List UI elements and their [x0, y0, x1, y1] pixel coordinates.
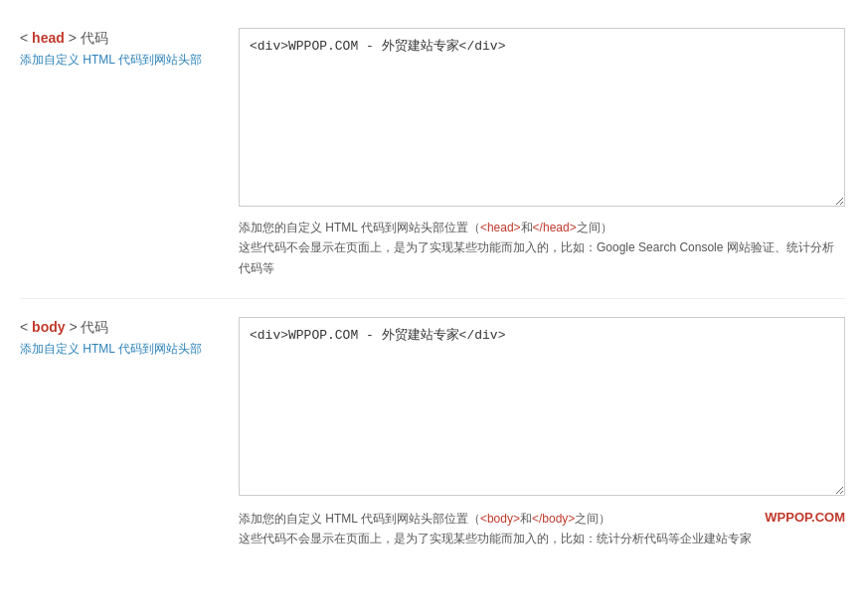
body-code-section: < body > 代码 添加自定义 HTML 代码到网站头部 <div>WPPO…: [20, 299, 845, 568]
head-section-title: < head > 代码: [20, 30, 219, 48]
brand-block: WPPOP.COM: [765, 507, 845, 529]
head-tag-name: head: [32, 30, 65, 46]
body-description: 添加您的自定义 HTML 代码到网站头部位置（<body>和</body>之间）…: [239, 507, 845, 548]
head-code-textarea[interactable]: <div>WPPOP.COM - 外贸建站专家</div>: [239, 28, 845, 207]
body-title-suffix: > 代码: [66, 319, 109, 335]
body-tag-name: body: [32, 319, 65, 335]
head-code-section: < head > 代码 添加自定义 HTML 代码到网站头部 <div>WPPO…: [20, 10, 845, 299]
brand-logo: WPPOP.COM: [765, 510, 845, 525]
head-section-left: < head > 代码 添加自定义 HTML 代码到网站头部: [20, 28, 219, 278]
body-desc-text2: 这些代码不会显示在页面上，是为了实现某些功能而加入的，比如：统计分析代码等企业建…: [239, 529, 845, 548]
brand-sub: 企业建站专家: [680, 532, 752, 545]
head-desc-line2: 这些代码不会显示在页面上，是为了实现某些功能而加入的，比如：Google Sea…: [239, 237, 845, 278]
body-section-right: <div>WPPOP.COM - 外贸建站专家</div> 添加您的自定义 HT…: [239, 317, 845, 548]
head-close-tag: </head>: [533, 221, 577, 234]
body-desc-row1: 添加您的自定义 HTML 代码到网站头部位置（<body>和</body>之间）…: [239, 507, 845, 529]
head-desc-line1: 添加您的自定义 HTML 代码到网站头部位置（<head>和</head>之间）: [239, 218, 845, 237]
body-close-tag: </body>: [532, 512, 575, 526]
body-desc-text1: 添加您的自定义 HTML 代码到网站头部位置（<body>和</body>之间）: [239, 509, 755, 529]
head-description: 添加您的自定义 HTML 代码到网站头部位置（<head>和</head>之间）…: [239, 218, 845, 278]
body-section-title: < body > 代码: [20, 319, 219, 337]
body-section-subtitle: 添加自定义 HTML 代码到网站头部: [20, 341, 219, 358]
body-code-textarea[interactable]: <div>WPPOP.COM - 外贸建站专家</div>: [239, 317, 845, 496]
head-title-suffix: > 代码: [65, 30, 108, 46]
body-title-prefix: <: [20, 319, 32, 335]
body-section-left: < body > 代码 添加自定义 HTML 代码到网站头部: [20, 317, 219, 548]
head-section-subtitle: 添加自定义 HTML 代码到网站头部: [20, 52, 219, 69]
page-wrapper: < head > 代码 添加自定义 HTML 代码到网站头部 <div>WPPO…: [0, 0, 865, 579]
head-open-tag: <head>: [480, 221, 521, 234]
head-title-prefix: <: [20, 30, 32, 46]
body-desc-row2: 这些代码不会显示在页面上，是为了实现某些功能而加入的，比如：统计分析代码等企业建…: [239, 529, 845, 548]
body-open-tag: <body>: [480, 512, 520, 526]
head-section-right: <div>WPPOP.COM - 外贸建站专家</div> 添加您的自定义 HT…: [239, 28, 845, 278]
